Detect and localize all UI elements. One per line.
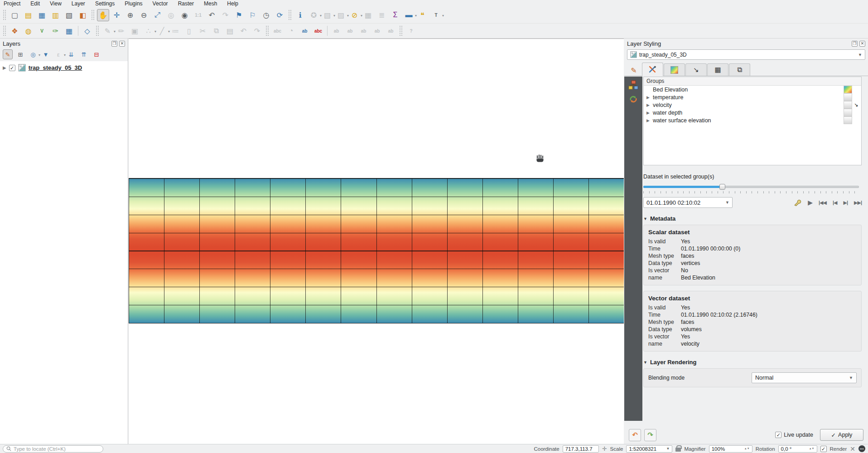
float-panel-icon[interactable]: ❐ xyxy=(111,41,117,47)
zoom-to-selection-icon[interactable]: ◎ xyxy=(165,9,177,21)
toolbar-grip[interactable] xyxy=(3,25,6,36)
filter-expression-icon[interactable]: ε xyxy=(53,49,63,59)
dataset-time-combo[interactable]: 01.01.1990 02:10:02 ▼ xyxy=(643,197,733,208)
save-project-icon[interactable]: ▦ xyxy=(36,9,48,21)
menu-item[interactable]: Help xyxy=(227,0,238,7)
vector-dataset-button[interactable] xyxy=(853,109,859,116)
menu-item[interactable]: Vector xyxy=(153,0,168,7)
tab-mesh-frame[interactable]: ▦ xyxy=(707,63,728,76)
modify-attributes-icon[interactable]: ≔ xyxy=(169,25,182,37)
collapse-all-icon[interactable]: ⇈ xyxy=(79,49,89,59)
new-virtual-layer-icon[interactable]: ◇ xyxy=(81,25,93,37)
menu-item[interactable]: Plugins xyxy=(125,0,142,7)
style-manager-icon[interactable]: ◧ xyxy=(77,9,89,21)
scalar-dataset-button[interactable] xyxy=(844,109,852,116)
deselect-all-icon[interactable]: ⊘ xyxy=(348,9,361,21)
tab-vector-symbology[interactable]: ↘ xyxy=(685,63,707,76)
cut-features-icon[interactable]: ✂ xyxy=(197,25,209,37)
stop-render-icon[interactable]: ✕ xyxy=(850,445,855,453)
refresh-map-icon[interactable]: ⟳ xyxy=(274,9,286,21)
next-dataset-icon[interactable]: ▶| xyxy=(843,200,848,206)
vector-dataset-button[interactable] xyxy=(853,117,859,124)
layer-selector-combo[interactable]: trap_steady_05_3D ▼ xyxy=(627,49,865,60)
scale-combo[interactable]: 1:52008321 ▼ xyxy=(626,445,672,453)
open-layer-styling-icon[interactable]: ✎ xyxy=(3,49,13,59)
scalar-dataset-button[interactable] xyxy=(844,86,852,93)
slider-handle[interactable] xyxy=(719,184,725,190)
new-project-icon[interactable]: ▢ xyxy=(9,9,21,21)
digitize-icon[interactable]: ∴ xyxy=(142,25,154,37)
sum-features-icon[interactable]: Σ xyxy=(389,9,401,21)
zoom-out-icon[interactable]: ⊖ xyxy=(138,9,150,21)
expand-all-icon[interactable]: ⇊ xyxy=(66,49,76,59)
dataset-group-row[interactable]: ▶ water surface elevation xyxy=(644,116,861,124)
dataset-group-row[interactable]: ▶ velocity ↘ xyxy=(644,101,861,109)
toolbar-grip[interactable] xyxy=(91,10,95,20)
help-icon[interactable]: ? xyxy=(405,25,417,37)
add-web-layer-icon[interactable]: ◍ xyxy=(22,25,34,37)
messages-log-icon[interactable]: ••• xyxy=(858,445,865,452)
play-icon[interactable]: ▶ xyxy=(808,199,812,206)
expander-icon[interactable]: ▶ xyxy=(646,103,653,107)
menu-item[interactable]: Edit xyxy=(30,0,40,7)
toolbar-grip[interactable] xyxy=(399,25,403,36)
dataset-time-slider[interactable] xyxy=(643,183,862,190)
coordinate-input[interactable]: 717.3,113.7 xyxy=(563,445,599,453)
add-group-icon[interactable]: ⊞ xyxy=(15,49,25,59)
playback-settings-wrench-icon[interactable] xyxy=(794,199,801,207)
dataset-group-row[interactable]: ▶ water depth xyxy=(644,109,861,116)
previous-dataset-icon[interactable]: |◀ xyxy=(833,200,837,206)
undo-icon[interactable]: ↶ xyxy=(237,25,250,37)
delete-selected-icon[interactable]: ▯ xyxy=(183,25,195,37)
show-hidden-labels-icon[interactable]: ab xyxy=(344,25,356,37)
temporal-controller-icon[interactable]: ◷ xyxy=(260,9,272,21)
toolbar-grip[interactable] xyxy=(265,25,269,36)
filter-legend-icon[interactable]: ▼ xyxy=(41,49,51,59)
vector-dataset-button[interactable] xyxy=(853,94,859,101)
blending-mode-combo[interactable]: Normal ▼ xyxy=(752,372,857,383)
close-panel-icon[interactable]: ✕ xyxy=(859,41,865,47)
dataset-group-row[interactable]: ▶ temperature xyxy=(644,93,861,101)
zoom-last-icon[interactable]: ↶ xyxy=(206,9,218,21)
metadata-section-header[interactable]: ▼ Metadata xyxy=(643,215,862,222)
scalar-dataset-button[interactable] xyxy=(844,101,852,109)
undo-style-button[interactable]: ↶ xyxy=(629,429,641,441)
change-label-icon[interactable]: ab xyxy=(385,25,397,37)
open-project-icon[interactable]: ▤ xyxy=(22,9,34,21)
dataset-group-row[interactable]: Bed Elevation xyxy=(644,86,861,93)
layer-item-trap-steady-05-3d[interactable]: ▶ ✓ trap_steady_05_3D xyxy=(0,61,128,72)
spin-arrows-icon[interactable]: ▲▼ xyxy=(744,448,750,450)
select-features-icon[interactable]: ▧ xyxy=(321,9,333,21)
measure-icon[interactable]: ▬ xyxy=(403,9,415,21)
toolbar-separator[interactable] xyxy=(327,26,328,36)
spin-arrows-icon[interactable]: ▲▼ xyxy=(809,448,815,450)
menu-item[interactable]: Project xyxy=(4,0,20,7)
new-print-layout-icon[interactable]: ▥ xyxy=(49,9,62,21)
statistical-summary-icon[interactable]: ≣ xyxy=(376,9,388,21)
zoom-native-icon[interactable]: 1:1 xyxy=(192,9,204,21)
render-checkbox[interactable]: ✓ xyxy=(820,446,827,452)
first-dataset-icon[interactable]: |◀◀ xyxy=(819,200,826,206)
locator-search-input[interactable]: Type to locate (Ctrl+K) xyxy=(3,445,103,453)
data-source-manager-icon[interactable]: ❖ xyxy=(9,25,21,37)
zoom-in-icon[interactable]: ⊕ xyxy=(124,9,136,21)
new-shapefile-layer-icon[interactable]: V xyxy=(36,25,48,37)
pin-labels-icon[interactable]: ab xyxy=(299,25,311,37)
new-bookmark-icon[interactable]: ⚑ xyxy=(233,9,245,21)
pan-map-icon[interactable]: ✋ xyxy=(97,9,109,21)
extents-toggle-icon[interactable]: ✛ xyxy=(602,445,607,452)
new-mesh-layer-icon[interactable]: ▦ xyxy=(63,25,75,37)
map-canvas[interactable] xyxy=(129,39,624,444)
text-annotation-icon[interactable]: T xyxy=(430,9,442,21)
rotation-spinbox[interactable]: 0,0 ° ▲▼ xyxy=(778,445,817,453)
live-update-checkbox[interactable]: ✓ xyxy=(775,432,781,438)
expander-icon[interactable]: ▶ xyxy=(646,111,653,115)
redo-icon[interactable]: ↷ xyxy=(251,25,263,37)
pin-unpin-labels-icon[interactable]: ab xyxy=(330,25,342,37)
map-tips-icon[interactable]: ❝ xyxy=(416,9,429,21)
toolbar-grip[interactable] xyxy=(96,25,99,36)
paste-features-icon[interactable]: ▤ xyxy=(224,25,236,37)
toolbar-separator[interactable] xyxy=(78,26,78,36)
layer-visibility-checkbox[interactable]: ✓ xyxy=(9,65,15,71)
redraw-datasets-icon[interactable] xyxy=(629,95,638,104)
